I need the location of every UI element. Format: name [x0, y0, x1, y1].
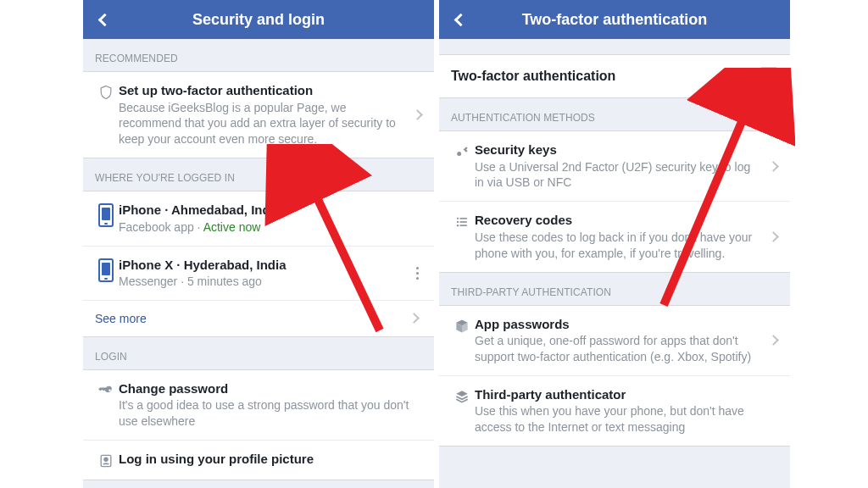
- row-title: Recovery codes: [475, 212, 760, 229]
- key-icon: [449, 141, 475, 160]
- section-logged-in-header: WHERE YOU'RE LOGGED IN: [83, 158, 434, 191]
- screen-security-and-login: Security and login RECOMMENDED Set up tw…: [83, 0, 434, 488]
- shield-icon: [93, 82, 119, 101]
- card-logged-in: iPhone · Ahmedabad, India Facebook app ·…: [83, 191, 434, 337]
- row-title: Security keys: [475, 141, 760, 158]
- screen-two-factor: Two-factor authentication Two-factor aut…: [439, 0, 790, 488]
- row-title: Third-party authenticator: [475, 386, 780, 403]
- package-icon: [449, 316, 475, 335]
- row-title: App passwords: [475, 316, 760, 333]
- page-title: Security and login: [83, 11, 434, 29]
- section-recommended-header: RECOMMENDED: [83, 39, 434, 71]
- phone-icon: [93, 257, 119, 282]
- svg-point-4: [457, 218, 459, 219]
- two-factor-toggle-row[interactable]: Two-factor authentication: [439, 54, 790, 98]
- row-change-password[interactable]: Change password It's a good idea to use …: [83, 370, 434, 440]
- row-login-profile-picture[interactable]: Log in using your profile picture: [83, 440, 434, 480]
- section-third-party-header: THIRD-PARTY AUTHENTICATION: [439, 273, 790, 305]
- svg-point-8: [457, 225, 459, 226]
- chevron-left-icon: [453, 13, 467, 26]
- row-security-keys[interactable]: Security keys Use a Universal 2nd Factor…: [439, 131, 790, 201]
- chevron-left-icon: [97, 13, 111, 26]
- chevron-right-icon: [763, 233, 783, 241]
- chevron-right-icon: [407, 111, 427, 119]
- back-button[interactable]: [439, 0, 478, 39]
- row-subtitle: It's a good idea to use a strong passwor…: [119, 397, 424, 430]
- row-device-iphonex-hyderabad[interactable]: iPhone X · Hyderabad, India Messenger · …: [83, 246, 434, 300]
- card-third-party: App passwords Get a unique, one-off pass…: [439, 305, 790, 447]
- person-icon: [93, 451, 119, 469]
- row-title: Log in using your profile picture: [119, 451, 424, 468]
- more-vertical-icon: [416, 267, 419, 280]
- row-device-iphone-ahmedabad[interactable]: iPhone · Ahmedabad, India Facebook app ·…: [83, 191, 434, 245]
- phone-icon: [93, 202, 119, 227]
- device-status: Facebook app · Active now: [119, 219, 424, 236]
- row-subtitle: Use a Universal 2nd Factor (U2F) securit…: [475, 159, 760, 191]
- key-icon: [93, 380, 119, 399]
- section-auth-methods-header: AUTHENTICATION METHODS: [439, 98, 790, 130]
- chevron-right-icon: [763, 163, 783, 170]
- chevron-right-icon: [403, 314, 424, 322]
- row-subtitle: Because iGeeksBlog is a popular Page, we…: [119, 100, 403, 148]
- svg-point-1: [104, 458, 108, 461]
- row-recovery-codes[interactable]: Recovery codes Use these codes to log ba…: [439, 201, 790, 271]
- row-setup-two-factor[interactable]: Set up two-factor authentication Because…: [83, 72, 434, 158]
- see-more-button[interactable]: See more: [83, 300, 434, 336]
- row-app-passwords[interactable]: App passwords Get a unique, one-off pass…: [439, 306, 790, 375]
- chevron-right-icon: [763, 336, 783, 344]
- list-icon: [449, 212, 475, 230]
- svg-rect-7: [460, 221, 467, 223]
- back-button[interactable]: [83, 0, 122, 39]
- card-login: Change password It's a good idea to use …: [83, 369, 434, 480]
- navbar-left: Security and login: [83, 0, 434, 39]
- row-subtitle: Get a unique, one-off password for apps …: [475, 333, 760, 365]
- svg-point-3: [457, 152, 461, 156]
- toggle-label: Two-factor authentication: [451, 69, 615, 84]
- more-button[interactable]: [407, 267, 427, 280]
- page-title: Two-factor authentication: [439, 11, 790, 29]
- row-title: Change password: [119, 380, 424, 397]
- row-subtitle: Use this when you have your phone, but d…: [475, 403, 780, 435]
- card-auth-methods: Security keys Use a Universal 2nd Factor…: [439, 130, 790, 273]
- card-recommended: Set up two-factor authentication Because…: [83, 71, 434, 158]
- content-scroll: Two-factor authentication AUTHENTICATION…: [439, 39, 790, 488]
- row-third-party-authenticator[interactable]: Third-party authenticator Use this when …: [439, 375, 790, 446]
- layers-icon: [449, 386, 475, 405]
- row-title: Set up two-factor authentication: [119, 82, 403, 99]
- svg-rect-5: [460, 218, 467, 219]
- svg-point-6: [457, 221, 459, 223]
- content-scroll: RECOMMENDED Set up two-factor authentica…: [83, 39, 434, 488]
- device-status: Messenger · 5 minutes ago: [119, 274, 403, 290]
- navbar-right: Two-factor authentication: [439, 0, 790, 39]
- device-name: iPhone · Ahmedabad, India: [119, 202, 424, 219]
- check-icon: [762, 69, 776, 83]
- device-name: iPhone X · Hyderabad, India: [119, 257, 403, 274]
- svg-rect-9: [460, 225, 467, 227]
- checkbox-checked[interactable]: [760, 67, 778, 86]
- row-subtitle: Use these codes to log back in if you do…: [475, 230, 760, 262]
- section-login-header: LOGIN: [83, 337, 434, 369]
